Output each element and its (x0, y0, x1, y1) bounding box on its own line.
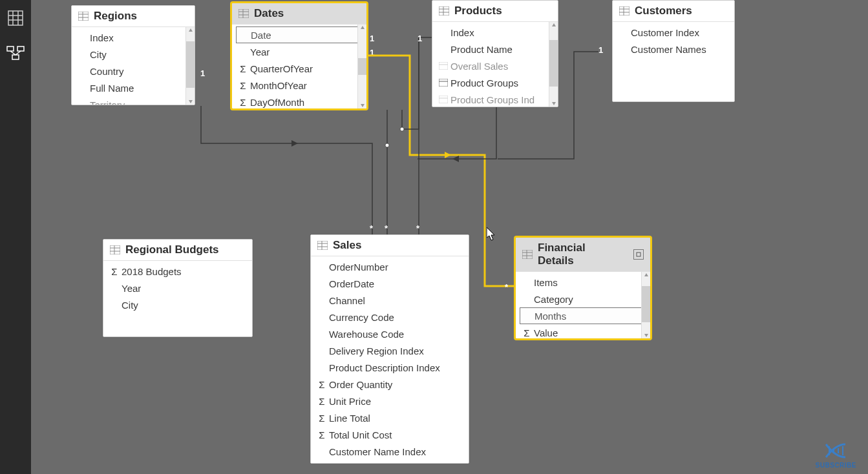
table-dates[interactable]: Dates Date Year ΣQuarterOfYear ΣMonthOfY… (231, 3, 367, 109)
svg-line-9 (16, 51, 21, 55)
mouse-cursor-icon (487, 227, 497, 242)
field-row[interactable]: Overall Sales (432, 57, 558, 74)
svg-text:*: * (505, 282, 509, 292)
svg-marker-22 (452, 156, 459, 162)
table-sales[interactable]: Sales OrderNumber OrderDate Channel Curr… (310, 234, 469, 464)
field-row[interactable]: Customer Index (613, 24, 734, 41)
field-row[interactable]: ΣQuarterOfYear (232, 60, 366, 77)
svg-text:1: 1 (370, 34, 374, 43)
svg-marker-46 (552, 23, 556, 26)
svg-text:*: * (385, 223, 388, 233)
field-row[interactable]: Months (520, 307, 646, 324)
svg-marker-35 (361, 104, 365, 107)
sigma-icon: Σ (237, 97, 249, 108)
field-row[interactable]: City (103, 296, 252, 313)
field-row[interactable]: Customer Name Index (311, 443, 469, 460)
field-row[interactable]: Channel (311, 292, 469, 309)
svg-marker-34 (361, 26, 365, 29)
field-row[interactable]: ΣUnit Price (311, 393, 469, 409)
field-row[interactable]: Full Name (72, 79, 195, 96)
svg-rect-24 (78, 12, 89, 21)
field-row[interactable]: Items (516, 274, 650, 291)
field-row[interactable]: Category (516, 291, 650, 307)
table-customers[interactable]: Customers Customer Index Customer Names (612, 0, 735, 102)
svg-marker-67 (644, 334, 648, 337)
field-row[interactable]: ΣMonthOfYear (232, 77, 366, 94)
fields-list: Customer Index Customer Names (613, 22, 734, 101)
field-row[interactable]: City (72, 46, 195, 63)
svg-text:1: 1 (598, 45, 603, 55)
table-header[interactable]: Dates (232, 3, 366, 25)
model-canvas[interactable]: 1 * 1 * 1 * 1 * 1 Regions Index (31, 0, 868, 474)
table-regions[interactable]: Regions Index City Country Full Name Ter… (71, 5, 195, 105)
svg-text:*: * (370, 223, 374, 233)
field-row[interactable]: ΣValue (516, 324, 650, 338)
left-sidebar (0, 0, 31, 474)
svg-rect-60 (522, 250, 533, 259)
fields-list: OrderNumber OrderDate Channel Currency C… (311, 256, 469, 463)
scrollbar[interactable] (357, 25, 366, 108)
field-row[interactable]: Product Groups (432, 74, 558, 91)
sigma-icon: Σ (316, 413, 328, 424)
table-regional-budgets[interactable]: Regional Budgets Σ2018 Budgets Year City (103, 239, 253, 337)
data-table-icon[interactable] (4, 6, 27, 30)
fields-list: Σ2018 Budgets Year City (103, 261, 252, 336)
sigma-icon: Σ (316, 379, 328, 390)
field-row[interactable]: Year (232, 43, 366, 60)
table-title: Regional Budgets (125, 243, 219, 256)
fields-list: Index Product Name Overall Sales Product… (432, 22, 558, 107)
sigma-icon: Σ (316, 396, 328, 407)
field-row[interactable]: Index (432, 24, 558, 41)
svg-line-8 (10, 51, 16, 55)
table-header[interactable]: Regional Budgets (103, 240, 252, 261)
field-row[interactable]: ΣOrder Quantity (311, 376, 469, 393)
table-financial-details[interactable]: Financial Details Items Category Months … (515, 237, 651, 339)
svg-marker-10 (291, 140, 298, 147)
table-header[interactable]: Sales (311, 235, 469, 256)
svg-rect-40 (439, 62, 448, 70)
fields-list: Items Category Months ΣValue Type (516, 272, 650, 338)
field-row[interactable]: ΣLine Total (311, 409, 469, 426)
scrollbar[interactable] (185, 27, 195, 105)
field-row[interactable]: Product Groups Ind (432, 91, 558, 107)
field-row[interactable]: Country (72, 63, 195, 79)
table-header[interactable]: Customers (613, 1, 734, 22)
field-row[interactable]: Territory (72, 96, 195, 105)
svg-marker-47 (552, 102, 556, 105)
scrollbar[interactable] (641, 272, 650, 338)
field-row[interactable]: ΣTotal Unit Cost (311, 426, 469, 443)
svg-rect-48 (619, 6, 630, 15)
table-header[interactable]: Regions (72, 6, 195, 27)
svg-rect-7 (12, 55, 19, 59)
field-row[interactable]: Warehouse Code (311, 325, 469, 342)
field-row[interactable]: OrderNumber (311, 258, 469, 275)
hierarchy-icon (438, 79, 449, 87)
table-icon (439, 6, 449, 15)
fields-list: Date Year ΣQuarterOfYear ΣMonthOfYear ΣD… (232, 25, 366, 108)
maximize-icon[interactable] (633, 249, 644, 260)
field-row[interactable]: Product Name (432, 41, 558, 57)
sigma-icon: Σ (237, 63, 249, 74)
field-row[interactable]: Currency Code (311, 309, 469, 325)
field-row[interactable]: Σ2018 Budgets (103, 263, 252, 280)
field-row[interactable]: Date (236, 26, 363, 43)
fields-list: Index City Country Full Name Territory (72, 27, 195, 105)
field-row[interactable]: Product Description Index (311, 359, 469, 376)
field-row[interactable]: Customer Names (613, 41, 734, 57)
scrollbar[interactable] (549, 22, 558, 107)
svg-rect-52 (110, 245, 120, 254)
table-products[interactable]: Products Index Product Name Overall Sale… (432, 0, 558, 107)
field-row[interactable]: Year (103, 280, 252, 296)
svg-rect-0 (8, 11, 23, 25)
field-row[interactable]: Delivery Region Index (311, 342, 469, 359)
field-row[interactable]: ΣDayOfMonth (232, 94, 366, 108)
model-view-icon[interactable] (4, 41, 27, 65)
table-header[interactable]: Financial Details (516, 238, 650, 272)
table-icon (78, 12, 89, 21)
svg-rect-36 (439, 6, 449, 15)
field-row[interactable]: OrderDate (311, 275, 469, 292)
sigma-icon: Σ (237, 80, 249, 91)
svg-marker-16 (445, 152, 451, 158)
field-row[interactable]: Index (72, 29, 195, 46)
table-header[interactable]: Products (432, 1, 558, 22)
